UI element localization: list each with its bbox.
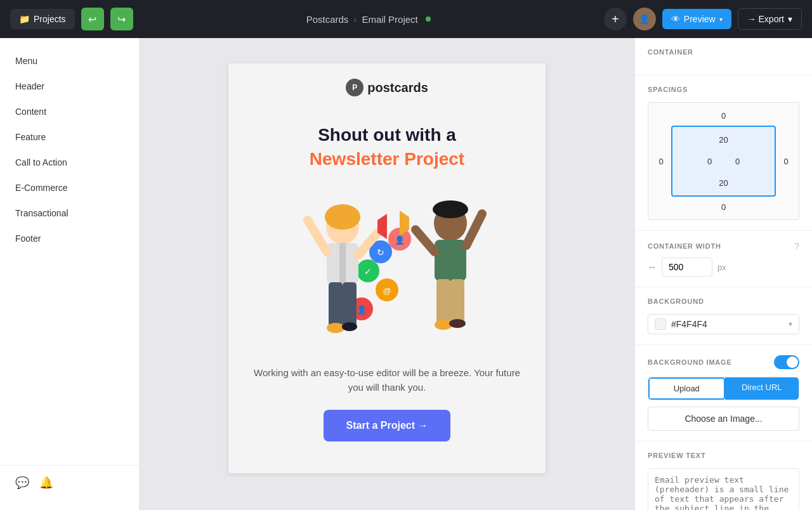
email-header: P postcards (228, 63, 546, 112)
bg-color-value: #F4F4F4 (671, 319, 783, 329)
sidebar-item-ecommerce[interactable]: E-Commerce (0, 175, 139, 200)
illustration-svg: ↻ ✓ @ 👤 👤 (254, 182, 520, 360)
sidebar-item-header[interactable]: Header (0, 74, 139, 99)
sidebar-item-feature[interactable]: Feature (0, 124, 139, 150)
panel-width-section: CONTAINER WIDTH ? ↔ px (635, 231, 812, 287)
email-description: Working with an easy-to-use editor will … (254, 366, 520, 395)
email-illustration: ↻ ✓ @ 👤 👤 (254, 182, 520, 360)
sidebar-item-content[interactable]: Content (0, 99, 139, 124)
folder-icon: 📁 (19, 14, 30, 24)
email-preview: P postcards Shout out with a Newsletter … (228, 63, 546, 473)
status-dot (426, 16, 431, 22)
svg-text:👤: 👤 (395, 235, 405, 245)
redo-button[interactable]: ↪ (110, 8, 133, 30)
svg-point-19 (327, 323, 344, 333)
svg-rect-24 (436, 279, 450, 324)
undo-icon: ↩ (88, 13, 96, 25)
choose-image-button[interactable]: Choose an Image... (648, 407, 799, 431)
export-label: → Export (747, 14, 784, 24)
spacing-outer-bottom-input[interactable] (712, 199, 735, 214)
svg-point-11 (325, 204, 360, 230)
svg-rect-23 (435, 240, 466, 281)
right-panel: CONTAINER SPACINGS (634, 38, 812, 510)
spacing-outer-top-input[interactable] (712, 108, 735, 123)
background-title: BACKGROUND (648, 298, 799, 305)
svg-rect-13 (339, 243, 346, 284)
topbar: 📁 Projects ↩ ↪ Postcards › Email Project… (0, 0, 812, 38)
chat-icon[interactable]: 💬 (15, 476, 29, 490)
svg-rect-25 (450, 279, 464, 324)
upload-tab[interactable]: Upload (648, 377, 725, 400)
spacing-inner-left-input[interactable] (702, 150, 717, 173)
sidebar-item-call-to-action[interactable]: Call to Action (0, 150, 139, 175)
bg-image-toggle[interactable] (774, 355, 799, 369)
svg-line-26 (466, 214, 482, 245)
info-icon[interactable]: ? (794, 241, 799, 251)
direct-url-tab[interactable]: Direct URL (725, 377, 799, 400)
svg-text:✓: ✓ (364, 266, 372, 277)
container-width-input[interactable] (662, 258, 712, 277)
spacing-inner-bottom-input[interactable] (712, 175, 735, 190)
svg-point-20 (342, 322, 357, 331)
email-cta-button[interactable]: Start a Project → (324, 410, 451, 441)
logo-icon: P (346, 79, 363, 96)
eye-icon: 👁 (671, 14, 680, 24)
svg-text:👤: 👤 (357, 304, 367, 315)
breadcrumb: Postcards › Email Project (140, 14, 598, 25)
svg-text:↻: ↻ (377, 247, 384, 258)
panel-background-section: BACKGROUND #F4F4F4 ▾ (635, 287, 812, 345)
topbar-right: + 👤 👁 Preview ▾ → Export ▾ (604, 8, 802, 30)
sidebar-item-transactional[interactable]: Transactional (0, 200, 139, 226)
sidebar-item-menu[interactable]: Menu (0, 48, 139, 74)
bg-color-picker[interactable]: #F4F4F4 ▾ (648, 314, 799, 334)
breadcrumb-part1: Postcards (306, 14, 349, 25)
breadcrumb-part2: Email Project (362, 14, 417, 25)
notification-icon[interactable]: 🔔 (39, 476, 53, 490)
email-body: Shout out with a Newsletter Project ↻ ✓ (228, 112, 546, 473)
bg-image-header: BACKGROUND IMAGE (648, 355, 799, 369)
svg-point-30 (449, 319, 466, 328)
logo-text: postcards (367, 81, 428, 95)
resize-icon: ↔ (648, 262, 657, 272)
preview-text-input[interactable] (648, 468, 799, 510)
export-button[interactable]: → Export ▾ (738, 8, 802, 30)
preview-button[interactable]: 👁 Preview ▾ (662, 9, 731, 29)
svg-line-16 (308, 220, 327, 252)
color-swatch (655, 318, 666, 330)
spacing-top-row (653, 108, 794, 123)
undo-button[interactable]: ↩ (81, 8, 104, 30)
sidebar: Menu Header Content Feature Call to Acti… (0, 38, 140, 510)
svg-line-27 (416, 230, 435, 252)
spacing-outer-right-input[interactable] (778, 150, 794, 173)
spacing-inner-box (671, 126, 776, 197)
svg-text:@: @ (383, 286, 391, 296)
main-content: Menu Header Content Feature Call to Acti… (0, 38, 812, 510)
avatar-initials: 👤 (639, 14, 650, 24)
chevron-down-icon: ▾ (788, 14, 792, 24)
email-headline1: Shout out with a (254, 124, 520, 146)
spacing-inner-right-input[interactable] (730, 150, 745, 173)
canvas[interactable]: P postcards Shout out with a Newsletter … (140, 38, 634, 510)
svg-rect-14 (329, 282, 343, 327)
container-width-row: ↔ px (648, 258, 799, 277)
add-button[interactable]: + (604, 8, 627, 30)
panel-spacings-section: SPACINGS (635, 75, 812, 231)
chevron-down-icon: ▾ (789, 320, 792, 329)
spacing-control (648, 102, 799, 220)
svg-point-22 (433, 200, 468, 218)
chevron-down-icon: ▾ (719, 16, 723, 23)
sidebar-footer: 💬 🔔 (0, 465, 139, 500)
sidebar-nav: Menu Header Content Feature Call to Acti… (0, 48, 139, 465)
breadcrumb-separator: › (353, 14, 357, 25)
spacing-inner-top-input[interactable] (712, 132, 735, 147)
email-headline2: Newsletter Project (254, 148, 520, 170)
spacing-middle-row (653, 126, 794, 197)
bg-image-title: BACKGROUND IMAGE (648, 358, 732, 366)
avatar[interactable]: 👤 (633, 8, 656, 30)
toggle-knob (787, 356, 798, 368)
spacing-outer-left-input[interactable] (653, 150, 669, 173)
sidebar-item-footer[interactable]: Footer (0, 226, 139, 251)
spacing-bottom-row (653, 199, 794, 214)
redo-icon: ↪ (117, 13, 126, 25)
projects-button[interactable]: 📁 Projects (10, 9, 75, 29)
